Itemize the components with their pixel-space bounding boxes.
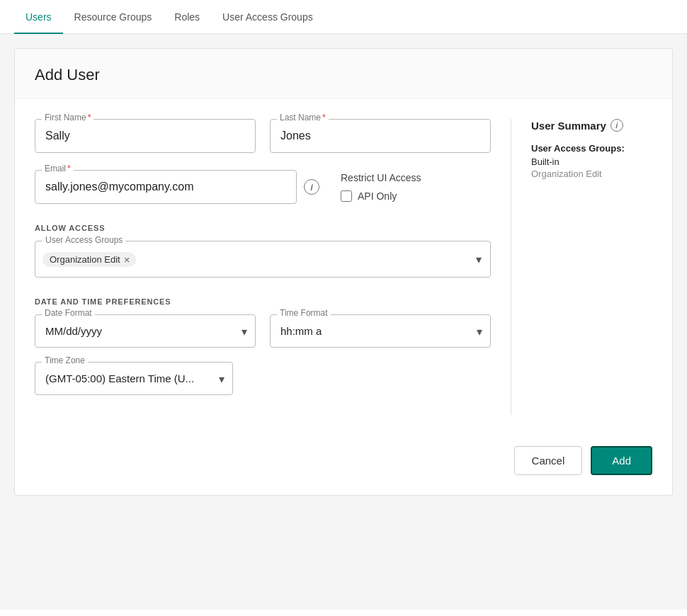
timezone-wrap: Time Zone (GMT-05:00) Eastern Time (U...… — [35, 362, 233, 395]
timezone-select[interactable]: (GMT-05:00) Eastern Time (U... (GMT-06:0… — [35, 362, 233, 395]
tabs-bar: Users Resource Groups Roles User Access … — [0, 0, 687, 34]
user-access-groups-label: User Access Groups — [42, 235, 125, 245]
last-name-input[interactable] — [270, 119, 491, 153]
form-actions: Cancel Add — [15, 435, 672, 495]
api-only-label: API Only — [358, 190, 397, 202]
form-card-body: First Name* Last Name* — [15, 99, 672, 435]
summary-access-groups-label: User Access Groups: — [531, 143, 652, 154]
summary-built-in: Built-in — [531, 156, 652, 167]
access-group-tag: Organization Edit × — [42, 252, 136, 267]
page-title: Add User — [35, 66, 652, 84]
form-main: First Name* Last Name* — [35, 119, 511, 415]
main-content: Add User First Name* — [0, 34, 687, 610]
timezone-label: Time Zone — [42, 355, 88, 365]
first-name-input[interactable] — [35, 119, 256, 153]
tab-resource-groups[interactable]: Resource Groups — [63, 0, 164, 34]
dropdown-arrow-icon: ▾ — [476, 253, 482, 266]
date-format-label: Date Format — [42, 308, 95, 318]
name-row: First Name* Last Name* — [35, 119, 491, 153]
info-icon[interactable]: i — [304, 179, 319, 195]
datetime-section: DATE AND TIME PREFERENCES Date Format MM… — [35, 297, 491, 395]
last-name-wrap: Last Name* — [270, 119, 491, 153]
email-wrap: Email* — [35, 170, 297, 204]
time-format-wrap: Time Format hh:mm a HH:mm ▾ — [270, 314, 491, 348]
time-format-select[interactable]: hh:mm a HH:mm — [270, 314, 491, 348]
user-summary-title: User Summary i — [531, 119, 652, 132]
last-name-label: Last Name* — [277, 113, 329, 122]
api-only-checkbox[interactable] — [341, 190, 352, 202]
first-name-wrap: First Name* — [35, 119, 256, 153]
summary-org-edit: Organization Edit — [531, 169, 652, 179]
date-format-select[interactable]: MM/dd/yyyy dd/MM/yyyy yyyy-MM-dd — [35, 314, 256, 348]
datetime-header: DATE AND TIME PREFERENCES — [35, 297, 491, 306]
form-card-header: Add User — [15, 49, 672, 99]
api-only-checkbox-wrap[interactable]: API Only — [341, 190, 421, 202]
summary-info-icon[interactable]: i — [611, 119, 623, 132]
form-card: Add User First Name* — [14, 48, 673, 496]
page-wrapper: Users Resource Groups Roles User Access … — [0, 0, 687, 616]
email-label: Email* — [42, 164, 74, 173]
time-format-label: Time Format — [277, 308, 331, 318]
restrict-ui-label: Restrict UI Access — [341, 172, 421, 183]
allow-access-header: ALLOW ACCESS — [35, 224, 491, 232]
remove-tag-button[interactable]: × — [124, 254, 130, 265]
cancel-button[interactable]: Cancel — [514, 446, 583, 475]
tab-roles[interactable]: Roles — [163, 0, 211, 34]
add-button[interactable]: Add — [591, 446, 652, 475]
tab-users[interactable]: Users — [14, 0, 63, 34]
restrict-ui-wrap: Restrict UI Access API Only — [341, 172, 421, 202]
email-input[interactable] — [35, 170, 297, 204]
datetime-row: Date Format MM/dd/yyyy dd/MM/yyyy yyyy-M… — [35, 314, 491, 348]
first-name-label: First Name* — [42, 113, 93, 122]
date-format-wrap: Date Format MM/dd/yyyy dd/MM/yyyy yyyy-M… — [35, 314, 256, 348]
tab-user-access-groups[interactable]: User Access Groups — [211, 0, 324, 34]
access-group-tag-label: Organization Edit — [50, 254, 120, 265]
user-summary-sidebar: User Summary i User Access Groups: Built… — [511, 119, 652, 415]
user-access-groups-select[interactable]: User Access Groups Organization Edit × ▾ — [35, 241, 491, 278]
email-row: Email* i Restrict UI Access API Only — [35, 170, 491, 204]
